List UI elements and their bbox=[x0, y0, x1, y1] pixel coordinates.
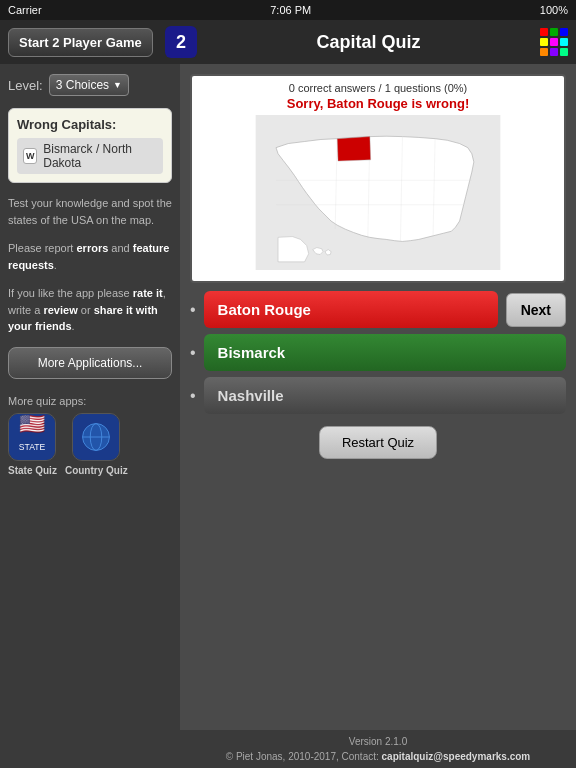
bullet-1: • bbox=[190, 301, 196, 319]
battery-label: 100% bbox=[540, 4, 568, 16]
start-game-button[interactable]: Start 2 Player Game bbox=[8, 28, 153, 57]
choice-row-2: • Bismarck bbox=[190, 334, 566, 371]
map-status-text: 0 correct answers / 1 questions (0%) bbox=[198, 82, 558, 94]
quiz-apps-row: 🇺🇸 STATE State Quiz bbox=[8, 413, 172, 476]
level-row: Level: 3 Choices ▼ bbox=[8, 74, 172, 96]
footer-copyright: © Piet Jonas, 2010-2017, Contact: capita… bbox=[180, 749, 576, 764]
sidebar-info-1: Test your knowledge and spot the states … bbox=[8, 195, 172, 228]
country-quiz-icon bbox=[72, 413, 120, 461]
more-applications-button[interactable]: More Applications... bbox=[8, 347, 172, 379]
restart-row: Restart Quiz bbox=[190, 426, 566, 459]
footer-version: Version 2.1.0 bbox=[180, 734, 576, 749]
quiz-apps-section: More quiz apps: 🇺🇸 STATE State Quiz bbox=[8, 395, 172, 476]
wrong-capitals-box: Wrong Capitals: W Bismarck / North Dakot… bbox=[8, 108, 172, 183]
main-layout: Level: 3 Choices ▼ Wrong Capitals: W Bis… bbox=[0, 64, 576, 768]
country-quiz-label: Country Quiz bbox=[65, 465, 128, 476]
wrong-item-text: Bismarck / North Dakota bbox=[43, 142, 157, 170]
svg-text:STATE: STATE bbox=[19, 442, 46, 452]
wrong-item: W Bismarck / North Dakota bbox=[17, 138, 163, 174]
sidebar-info-2: Please report errors and feature request… bbox=[8, 240, 172, 273]
choices-area: • Baton Rouge Next • Bismarck • Nashvill… bbox=[190, 291, 566, 414]
level-value: 3 Choices bbox=[56, 78, 109, 92]
header: Start 2 Player Game 2 Capital Quiz bbox=[0, 20, 576, 64]
level-label: Level: bbox=[8, 78, 43, 93]
footer: Version 2.1.0 © Piet Jonas, 2010-2017, C… bbox=[180, 730, 576, 768]
svg-text:🇺🇸: 🇺🇸 bbox=[19, 414, 46, 437]
wrong-capitals-title: Wrong Capitals: bbox=[17, 117, 163, 132]
choice-button-1[interactable]: Baton Rouge bbox=[204, 291, 498, 328]
state-quiz-app[interactable]: 🇺🇸 STATE State Quiz bbox=[8, 413, 57, 476]
usa-map-svg bbox=[198, 115, 558, 270]
header-title: Capital Quiz bbox=[205, 32, 532, 53]
choice-button-2[interactable]: Bismarck bbox=[204, 334, 566, 371]
choice-row-1: • Baton Rouge Next bbox=[190, 291, 566, 328]
sidebar-info-3: If you like the app please rate it, writ… bbox=[8, 285, 172, 335]
country-quiz-app[interactable]: Country Quiz bbox=[65, 413, 128, 476]
restart-quiz-button[interactable]: Restart Quiz bbox=[319, 426, 437, 459]
svg-text:2: 2 bbox=[176, 32, 186, 52]
choice-button-3[interactable]: Nashville bbox=[204, 377, 566, 414]
dropdown-arrow: ▼ bbox=[113, 80, 122, 90]
level-dropdown[interactable]: 3 Choices ▼ bbox=[49, 74, 129, 96]
wrong-item-icon: W bbox=[23, 148, 37, 164]
sidebar: Level: 3 Choices ▼ Wrong Capitals: W Bis… bbox=[0, 64, 180, 768]
bullet-2: • bbox=[190, 344, 196, 362]
map-svg-wrap bbox=[198, 115, 558, 275]
content-area: 0 correct answers / 1 questions (0%) Sor… bbox=[180, 64, 576, 768]
map-container: 0 correct answers / 1 questions (0%) Sor… bbox=[190, 74, 566, 283]
quiz-apps-label: More quiz apps: bbox=[8, 395, 172, 407]
carrier-label: Carrier bbox=[8, 4, 42, 16]
bullet-3: • bbox=[190, 387, 196, 405]
state-quiz-icon: 🇺🇸 STATE bbox=[8, 413, 56, 461]
grid-icon[interactable] bbox=[540, 28, 568, 56]
choice-row-3: • Nashville bbox=[190, 377, 566, 414]
header-app-icon: 2 bbox=[165, 26, 197, 58]
state-quiz-label: State Quiz bbox=[8, 465, 57, 476]
status-bar: Carrier 7:06 PM 100% bbox=[0, 0, 576, 20]
time-label: 7:06 PM bbox=[270, 4, 311, 16]
map-wrong-text: Sorry, Baton Rouge is wrong! bbox=[198, 96, 558, 111]
next-button[interactable]: Next bbox=[506, 293, 566, 327]
